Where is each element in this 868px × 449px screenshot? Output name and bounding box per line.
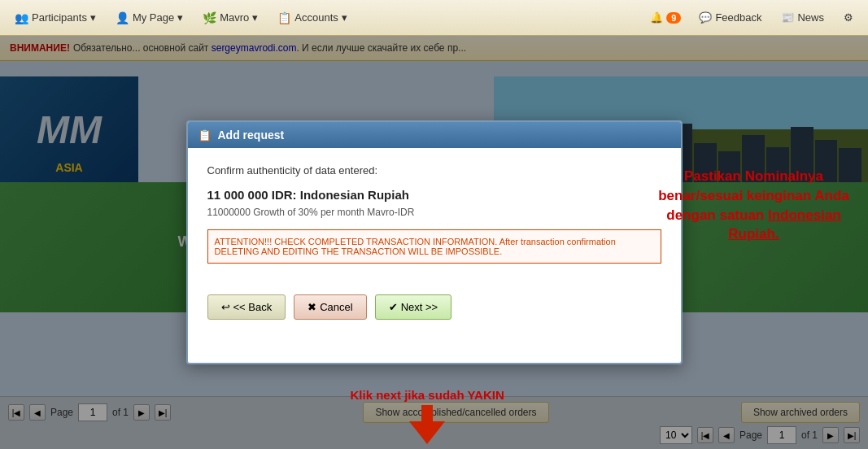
annotation-overlay: Pastikan Nominalnya benar/sesuai keingin… [648,167,860,244]
next-button[interactable]: ✔ Next >> [375,294,452,320]
modal-overlay: 📋 Add request Confirm authenticity of da… [0,36,868,449]
arrow-shaft [421,405,433,421]
nav-mypage[interactable]: 👤 My Page ▾ [107,8,191,28]
nav-accounts[interactable]: 📋 Accounts ▾ [269,8,355,28]
notification-count: 9 [666,12,681,24]
nav-feedback[interactable]: 💬 Feedback [691,8,770,27]
modal-header-icon: 📋 [198,129,212,142]
navbar: 👥 Participants ▾ 👤 My Page ▾ 🌿 Mavro ▾ 📋… [0,0,868,36]
add-request-modal: 📋 Add request Confirm authenticity of da… [186,120,683,364]
arrow-shape [409,405,445,444]
modal-body: Confirm authenticity of data entered: 11… [188,148,681,294]
confirm-text: Confirm authenticity of data entered: [207,164,661,177]
main-content: ВНИМАНИЕ! Обязательно... основной сайт s… [0,36,868,449]
back-button[interactable]: ↩ << Back [207,294,286,320]
nav-news[interactable]: 📰 News [773,8,832,27]
accounts-icon: 📋 [277,11,291,24]
modal-footer: ↩ << Back ✖ Cancel ✔ Next >> [188,294,681,336]
nav-extra[interactable]: ⚙ [835,8,861,27]
attention-text: ATTENTION!!! CHECK COMPLETED TRANSACTION… [207,229,661,264]
cancel-icon: ✖ [308,301,316,313]
nav-mavro[interactable]: 🌿 Mavro ▾ [194,8,266,28]
nav-participants[interactable]: 👥 Participants ▾ [7,8,104,28]
nav-notifications[interactable]: 🔔 9 [643,8,687,27]
modal-title: Add request [218,129,285,142]
amount-detail: 11000000 Growth of 30% per month Mavro-I… [207,207,661,218]
mypage-icon: 👤 [116,11,129,24]
arrow-head [409,421,445,444]
modal-header: 📋 Add request [188,122,681,148]
participants-icon: 👥 [15,11,28,24]
back-icon: ↩ [221,301,230,313]
news-icon: 📰 [781,11,794,24]
arrow-annotation-text: Klik next jika sudah YAKIN [351,388,504,402]
feedback-icon: 💬 [699,11,712,24]
mavro-icon: 🌿 [203,11,216,24]
annotation-text: Pastikan Nominalnya benar/sesuai keingin… [648,167,860,244]
arrow-annotation: Klik next jika sudah YAKIN [351,388,504,444]
amount-label: 11 000 000 IDR: Indonesian Rupiah [207,188,661,202]
cancel-button[interactable]: ✖ Cancel [294,294,366,320]
next-icon: ✔ [389,301,398,313]
bell-icon: 🔔 [650,11,663,24]
